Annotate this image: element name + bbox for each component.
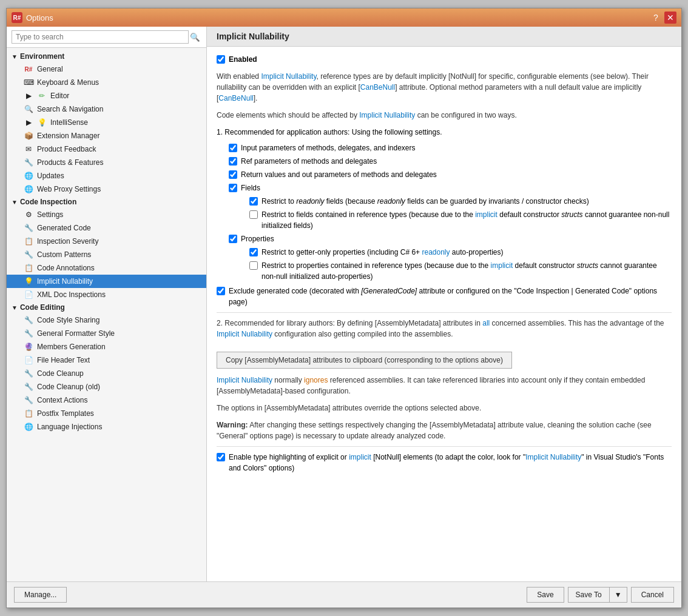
sidebar-item-code-annotations[interactable]: 📋 Code Annotations — [7, 261, 206, 275]
editor-expand-icon: ▶ — [24, 91, 33, 101]
sidebar-item-general-formatter[interactable]: 🔧 General Formatter Style — [7, 327, 206, 340]
sidebar-item-code-cleanup[interactable]: 🔧 Code Cleanup — [7, 367, 206, 380]
editor-label: Editor — [50, 92, 69, 100]
restrict-readonly-row: Restrict to readonly fields (because rea… — [249, 196, 672, 207]
content-area: 🔍 ▼ Environment R# General ⌨ Keyboard & … — [7, 27, 681, 581]
general-icon: R# — [24, 64, 33, 74]
save-button[interactable]: Save — [527, 587, 564, 603]
highlight-row: Enable type highlighting of explicit or … — [217, 452, 672, 474]
sidebar-item-web-proxy[interactable]: 🌐 Web Proxy Settings — [7, 182, 206, 196]
enabled-checkbox[interactable] — [217, 55, 225, 64]
web-proxy-icon: 🌐 — [24, 184, 33, 194]
search-input[interactable] — [12, 30, 189, 44]
sidebar-item-code-cleanup-old[interactable]: 🔧 Code Cleanup (old) — [7, 380, 206, 393]
title-bar: R# Options ? ✕ — [7, 8, 681, 27]
members-generation-icon: 🔮 — [24, 342, 33, 352]
sidebar-item-settings[interactable]: ⚙ Settings — [7, 208, 206, 221]
section-environment[interactable]: ▼ Environment — [7, 50, 206, 62]
restrict-reference-fields-checkbox[interactable] — [249, 210, 258, 219]
section-code-inspection[interactable]: ▼ Code Inspection — [7, 196, 206, 208]
properties-checkbox[interactable] — [229, 235, 237, 243]
help-button[interactable]: ? — [650, 12, 662, 24]
return-values-checkbox[interactable] — [229, 170, 237, 179]
bottom-right: Save Save To ▼ Cancel — [527, 587, 674, 603]
note2: The options in [AssemblyMetadata] attrib… — [217, 403, 672, 413]
sidebar-item-members-generation[interactable]: 🔮 Members Generation — [7, 340, 206, 353]
exclude-generated-checkbox[interactable] — [217, 287, 225, 295]
restrict-getter-row: Restrict to getter-only properties (incl… — [249, 247, 672, 258]
updates-icon: 🌐 — [24, 171, 33, 181]
sidebar-item-generated-code[interactable]: 🔧 Generated Code — [7, 221, 206, 235]
sidebar-item-editor[interactable]: ▶ ✏ Editor — [7, 89, 206, 102]
custom-patterns-icon: 🔧 — [24, 250, 33, 259]
sidebar-item-products-features[interactable]: 🔧 Products & Features — [7, 156, 206, 169]
xml-doc-label: XML Doc Inspections — [37, 290, 106, 299]
close-button[interactable]: ✕ — [664, 12, 676, 24]
code-annotations-icon: 📋 — [24, 263, 33, 273]
fields-checkbox[interactable] — [229, 184, 237, 192]
return-values-label: Return values and out parameters of meth… — [241, 169, 437, 180]
sidebar-item-code-style-sharing[interactable]: 🔧 Code Style Sharing — [7, 313, 206, 327]
tree-container: ▼ Environment R# General ⌨ Keyboard & Me… — [7, 48, 206, 581]
save-to-arrow-button[interactable]: ▼ — [609, 587, 627, 603]
copy-button[interactable]: Copy [AssemblyMetadata] attributes to cl… — [217, 352, 512, 369]
search-nav-label: Search & Navigation — [37, 105, 103, 113]
restrict-getter-checkbox[interactable] — [249, 248, 258, 256]
sidebar-item-language-injections[interactable]: 🌐 Language Injections — [7, 420, 206, 434]
options-window: R# Options ? ✕ 🔍 ▼ Environment — [6, 8, 682, 608]
section-code-editing[interactable]: ▼ Code Editing — [7, 301, 206, 313]
sidebar-item-search-navigation[interactable]: 🔍 Search & Navigation — [7, 102, 206, 116]
highlight-checkbox[interactable] — [217, 453, 225, 461]
cancel-button[interactable]: Cancel — [631, 587, 674, 603]
web-proxy-label: Web Proxy Settings — [37, 185, 101, 193]
return-values-row: Return values and out parameters of meth… — [229, 169, 672, 180]
environment-arrow: ▼ — [12, 53, 18, 60]
sidebar-item-file-header[interactable]: 📄 File Header Text — [7, 353, 206, 367]
sidebar-item-updates[interactable]: 🌐 Updates — [7, 169, 206, 182]
section1-title: 1. Recommended for application authors: … — [217, 127, 672, 138]
enabled-checkbox-label[interactable]: Enabled — [217, 54, 257, 65]
restrict-reference-fields-row: Restrict to fields contained in referenc… — [249, 209, 672, 231]
intellisense-expand-icon: ▶ — [24, 118, 33, 127]
restrict-props-ref-checkbox[interactable] — [249, 261, 258, 270]
restrict-readonly-checkbox[interactable] — [249, 197, 258, 206]
code-cleanup-old-icon: 🔧 — [24, 382, 33, 392]
ref-params-checkbox[interactable] — [229, 157, 237, 166]
sidebar-item-keyboard[interactable]: ⌨ Keyboard & Menus — [7, 76, 206, 89]
sidebar-item-postfix-templates[interactable]: 📋 Postfix Templates — [7, 407, 206, 420]
search-button[interactable]: 🔍 — [189, 32, 201, 43]
exclude-generated-row: Exclude generated code (decorated with [… — [217, 286, 672, 307]
generated-code-label: Generated Code — [37, 224, 91, 232]
implicit-nullability-icon: 💡 — [24, 276, 33, 286]
sidebar-item-intellisense[interactable]: ▶ 💡 IntelliSense — [7, 116, 206, 129]
sidebar-item-xml-doc[interactable]: 📄 XML Doc Inspections — [7, 288, 206, 301]
sidebar-item-inspection-severity[interactable]: 📋 Inspection Severity — [7, 235, 206, 248]
keyboard-icon: ⌨ — [24, 78, 33, 87]
fields-label: Fields — [241, 182, 260, 193]
product-feedback-icon: ✉ — [24, 144, 33, 154]
context-actions-label: Context Actions — [37, 396, 87, 404]
app-icon: R# — [12, 12, 22, 23]
environment-label: Environment — [20, 52, 64, 61]
products-features-icon: 🔧 — [24, 158, 33, 167]
sidebar-item-context-actions[interactable]: 🔧 Context Actions — [7, 393, 206, 407]
sidebar-item-product-feedback[interactable]: ✉ Product Feedback — [7, 142, 206, 156]
postfix-templates-label: Postfix Templates — [37, 409, 94, 418]
sidebar-item-general[interactable]: R# General — [7, 62, 206, 76]
bottom-bar: Manage... Save Save To ▼ Cancel — [7, 581, 681, 608]
manage-button[interactable]: Manage... — [14, 587, 67, 603]
sidebar-item-extension-manager[interactable]: 📦 Extension Manager — [7, 129, 206, 142]
properties-label: Properties — [241, 233, 274, 244]
exclude-generated-label: Exclude generated code (decorated with [… — [229, 286, 672, 307]
save-to-group: Save To ▼ — [568, 587, 627, 603]
code-style-sharing-icon: 🔧 — [24, 315, 33, 325]
intellisense-label: IntelliSense — [50, 118, 88, 127]
restrict-props-ref-row: Restrict to properties contained in refe… — [249, 260, 672, 282]
sidebar-item-implicit-nullability[interactable]: 💡 Implicit Nullability — [7, 275, 206, 288]
title-bar-buttons: ? ✕ — [650, 12, 676, 24]
input-params-checkbox[interactable] — [229, 144, 237, 152]
search-box: 🔍 — [7, 27, 206, 48]
save-to-button[interactable]: Save To — [568, 587, 609, 603]
sidebar-item-custom-patterns[interactable]: 🔧 Custom Patterns — [7, 248, 206, 261]
members-generation-label: Members Generation — [37, 343, 106, 351]
